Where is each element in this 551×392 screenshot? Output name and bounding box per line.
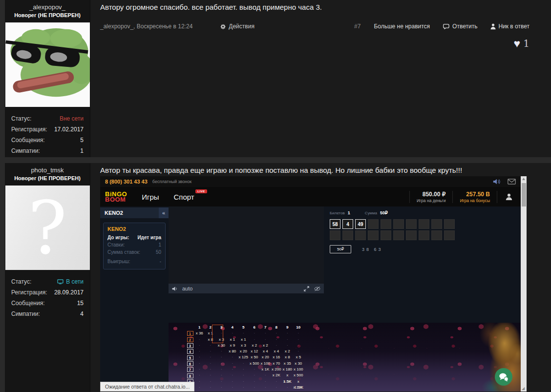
post-footer: _alexpopov_, Воскресенье в 12:24 Действи…	[100, 23, 551, 30]
paytable-column-header: 8	[271, 325, 282, 330]
chatra-status-bar: Ожидание ответа от chat.chatra.io...	[100, 382, 194, 392]
ticket-cell	[419, 219, 429, 229]
resize-grip[interactable]: ◢	[522, 387, 525, 391]
paytable-column-header: 7	[260, 325, 271, 330]
paytable-cell: ·	[205, 367, 216, 372]
game-sidebar: KENO2 « KENO2 До игры:Идет игра Ставки:1	[100, 206, 169, 392]
ticket-number-grid: 58449	[330, 219, 455, 240]
post-separator	[0, 157, 551, 163]
paytable-cell: x 1	[238, 337, 249, 343]
avatar-question-mark[interactable]: ?	[5, 186, 90, 270]
reply-button[interactable]: Ответить	[443, 23, 477, 30]
paytable-cell: ·	[216, 379, 227, 385]
paytable-column-header: 1	[194, 325, 205, 330]
paytable-cell: ·	[260, 379, 271, 385]
paytable-cell: ·	[249, 379, 260, 385]
paytable-cell: x 20	[238, 349, 249, 354]
status-online: В сети	[57, 278, 84, 285]
paytable-cell: ·	[271, 337, 282, 343]
paytable-cell: ·	[249, 367, 260, 372]
likes-summary[interactable]: ♥ 1	[100, 38, 551, 49]
hide-video-icon[interactable]	[314, 286, 320, 291]
tickets-panel: Билетов 1 Сумма 50₽ 58449 50₽ 38 63	[330, 210, 455, 253]
money-balance[interactable]: 850.00 ₽ Игра на деньги	[409, 191, 452, 203]
paytable-cell: x 2K	[271, 372, 282, 378]
nav-sport[interactable]: Спорт LIVE	[174, 193, 194, 201]
paytable-cell: x 125	[238, 354, 249, 360]
embed-scrollbar[interactable]: ◢	[521, 176, 527, 392]
keno-info-card[interactable]: KENO2 До игры:Идет игра Ставки:1 Сумма с…	[103, 223, 166, 269]
paytable-cell: x 200	[271, 367, 282, 372]
post-number[interactable]: #7	[354, 23, 360, 30]
paytable-cell: x 4	[260, 349, 271, 354]
mail-icon[interactable]	[508, 179, 516, 185]
paytable-cell: x 500	[293, 372, 304, 378]
paytable-cell: ·	[282, 343, 293, 349]
user-stats: Статус: В сети Регистрация: 28.09.2017 С…	[11, 278, 84, 317]
ticket-cell	[406, 230, 417, 240]
paytable-cell: ·	[271, 343, 282, 349]
paytable-cell: x 180	[282, 367, 293, 372]
scrollbar-thumb[interactable]	[522, 183, 526, 206]
paytable-cell: x 20	[260, 354, 271, 360]
bonus-balance[interactable]: 257.50 B Игра на бонусы	[452, 191, 497, 203]
avatar-pepe[interactable]	[5, 22, 90, 107]
paytable-cell: ·	[238, 361, 249, 367]
post-byline[interactable]: _alexpopov_, Воскресенье в 12:24	[100, 23, 192, 30]
scroll-up-arrow[interactable]	[522, 178, 525, 180]
collapse-sidebar-button[interactable]: «	[159, 207, 169, 218]
paytable-cell: ·	[205, 385, 216, 391]
paytable-cell: ·	[205, 343, 216, 349]
user-panel: _alexpopov_ Новорег (НЕ ПРОВЕРЕН)	[5, 0, 90, 157]
attached-screenshot-bingoboom[interactable]: 8 (800) 301 43 43 бесплатный звонок	[100, 176, 527, 392]
username-link[interactable]: photo_tmsk	[5, 166, 90, 174]
bingoboom-logo[interactable]: BiNGO BOOM	[105, 191, 127, 202]
paytable-column-header: 4	[227, 325, 238, 330]
tickets-sum-value: 50₽	[380, 210, 388, 215]
embed-navbar: BiNGO BOOM Игры Спорт LIVE 850.00 ₽ Игра…	[100, 187, 521, 206]
mute-icon[interactable]	[172, 286, 178, 291]
paytable-cell: ·	[194, 372, 205, 378]
heart-icon: ♥	[514, 38, 521, 49]
paytable-cell: ·	[216, 385, 227, 391]
live-video-player[interactable]: auto	[169, 206, 324, 293]
stat-likes: Симпатии: 4	[11, 310, 84, 317]
paytable-cell: ·	[216, 361, 227, 367]
quality-selector[interactable]: auto	[182, 286, 192, 291]
paytable-cell: ·	[227, 367, 238, 372]
paytable-cell: ·	[282, 337, 293, 343]
sound-icon[interactable]	[493, 179, 501, 185]
paytable-cell: ·	[238, 372, 249, 378]
fullscreen-icon[interactable]	[304, 286, 309, 291]
stat-status: Статус: В сети	[11, 278, 84, 285]
nav-games[interactable]: Игры	[142, 193, 159, 201]
paytable-column-header: 10	[293, 325, 304, 330]
chat-widget-button[interactable]	[495, 368, 512, 386]
chat-bubbles-icon	[498, 372, 509, 382]
account-button[interactable]	[497, 191, 521, 203]
paytable-cell: ·	[282, 330, 293, 336]
username-link[interactable]: _alexpopov_	[5, 3, 90, 11]
bet-amount-button[interactable]: 50₽	[330, 245, 351, 253]
paytable-cell: x 2	[260, 343, 271, 349]
paytable-cell: x 30	[216, 343, 227, 349]
paytable-column-header: 5	[238, 325, 249, 330]
reply-bubble-icon	[443, 23, 450, 29]
paytable-cell: ·	[249, 385, 260, 391]
paytable-cell: ·	[227, 379, 238, 385]
paytable-cell: ·	[205, 349, 216, 354]
ticket-cell	[381, 219, 391, 229]
unlike-button[interactable]: Больше не нравится	[374, 23, 430, 30]
paytable-row-label: 6	[186, 361, 194, 367]
paytable-cell: ·	[205, 372, 216, 378]
paytable: 123456789101x 36x 1········2·x 8x 3x 1x …	[186, 325, 304, 391]
stat-messages: Сообщения: 15	[11, 300, 84, 307]
paytable-row-label: 5	[186, 354, 194, 360]
stat-messages: Сообщения: 5	[11, 137, 84, 144]
paytable-cell: x 3	[216, 337, 227, 343]
quote-nick-button[interactable]: Ник в ответ	[490, 23, 530, 30]
sidebar-header: KENO2 «	[100, 207, 169, 218]
stat-status: Статус: Вне сети	[11, 115, 84, 122]
drawn-numbers: 38 63	[362, 247, 383, 252]
actions-menu-button[interactable]: Действия	[220, 23, 254, 30]
